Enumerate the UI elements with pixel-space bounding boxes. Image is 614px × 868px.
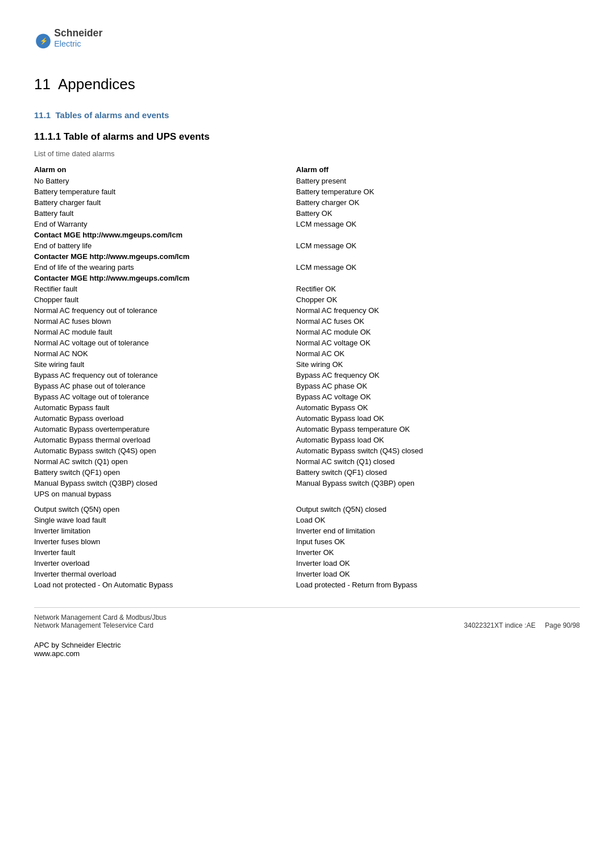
section-title: 11.1 Tables of alarms and events	[34, 110, 580, 120]
alarm-on-cell: Inverter fault	[34, 547, 296, 558]
alarm-off-cell: Normal AC switch (Q1) closed	[296, 456, 580, 467]
alarm-off-cell: Inverter end of limitation	[296, 525, 580, 536]
footer-right: 34022321XT indice :AE Page 90/98	[464, 621, 580, 629]
alarm-off-cell: Normal AC OK	[296, 348, 580, 359]
table-row: Output switch (Q5N) openOutput switch (Q…	[34, 504, 580, 515]
alarm-on-cell: Single wave load fault	[34, 515, 296, 525]
alarm-off-cell: Bypass AC frequency OK	[296, 370, 580, 381]
table-row: Load not protected - On Automatic Bypass…	[34, 579, 580, 590]
alarm-off-cell: Manual Bypass switch (Q3BP) open	[296, 478, 580, 489]
alarm-off-cell: Load protected - Return from Bypass	[296, 579, 580, 590]
footer-left: Network Management Card & Modbus/Jbus Ne…	[34, 614, 167, 629]
subsection-title: 11.1.1 Table of alarms and UPS events	[34, 131, 580, 143]
alarm-off-cell: Rectifier OK	[296, 283, 580, 294]
logo-area: Schneider ⚡ Electric	[34, 23, 580, 59]
table-row: Automatic Bypass overtemperatureAutomati…	[34, 424, 580, 435]
alarm-off-cell: Inverter load OK	[296, 569, 580, 579]
alarm-on-cell: Automatic Bypass fault	[34, 402, 296, 413]
svg-text:Schneider: Schneider	[54, 27, 102, 39]
alarm-off-cell: Automatic Bypass temperature OK	[296, 424, 580, 435]
alarm-off-cell: Normal AC voltage OK	[296, 337, 580, 348]
brand-line-2: www.apc.com	[34, 649, 580, 658]
alarm-on-cell: Inverter thermal overload	[34, 569, 296, 579]
table-row: Rectifier faultRectifier OK	[34, 283, 580, 294]
alarm-off-cell: Bypass AC phase OK	[296, 381, 580, 391]
alarm-on-cell: Contact MGE http://www.mgeups.com/lcm	[34, 229, 296, 240]
page-number: Page 90/98	[545, 621, 580, 629]
table-row: Automatic Bypass thermal overloadAutomat…	[34, 435, 580, 445]
alarm-on-cell: Normal AC module fault	[34, 327, 296, 337]
alarm-off-cell	[296, 489, 580, 499]
alarm-on-cell: Automatic Bypass thermal overload	[34, 435, 296, 445]
alarm-off-cell: Bypass AC voltage OK	[296, 391, 580, 402]
alarm-off-cell	[296, 273, 580, 283]
svg-text:⚡: ⚡	[40, 37, 48, 45]
alarm-on-cell: Bypass AC frequency out of tolerance	[34, 370, 296, 381]
alarm-off-cell: Site wiring OK	[296, 359, 580, 370]
alarm-off-cell: Automatic Bypass load OK	[296, 435, 580, 445]
table-row: Bypass AC phase out of toleranceBypass A…	[34, 381, 580, 391]
alarm-on-cell: Inverter fuses blown	[34, 536, 296, 547]
alarm-on-cell: Bypass AC phase out of tolerance	[34, 381, 296, 391]
alarm-off-cell: Output switch (Q5N) closed	[296, 504, 580, 515]
table-row: Normal AC NOKNormal AC OK	[34, 348, 580, 359]
alarm-table: Alarm on Alarm off No BatteryBattery pre…	[34, 164, 580, 590]
table-row: End of battery lifeLCM message OK	[34, 240, 580, 251]
alarm-on-cell: End of life of the wearing parts	[34, 262, 296, 273]
brand-footer: APC by Schneider Electric www.apc.com	[34, 641, 580, 658]
alarm-off-cell: Battery present	[296, 176, 580, 186]
alarm-on-cell: Output switch (Q5N) open	[34, 504, 296, 515]
table-row: Bypass AC frequency out of toleranceBypa…	[34, 370, 580, 381]
alarm-off-cell: Load OK	[296, 515, 580, 525]
table-row: Battery charger faultBattery charger OK	[34, 197, 580, 208]
table-row: Battery switch (QF1) openBattery switch …	[34, 467, 580, 478]
table-row: No BatteryBattery present	[34, 176, 580, 186]
alarm-on-cell: Automatic Bypass overtemperature	[34, 424, 296, 435]
alarm-on-cell: Battery charger fault	[34, 197, 296, 208]
alarm-on-cell: Contacter MGE http://www.mgeups.com/lcm	[34, 273, 296, 283]
col-alarm-on: Alarm on	[34, 164, 296, 176]
svg-text:Electric: Electric	[54, 39, 81, 48]
table-row: Normal AC frequency out of toleranceNorm…	[34, 305, 580, 316]
alarm-on-cell: No Battery	[34, 176, 296, 186]
doc-ref: 34022321XT indice :AE	[464, 621, 536, 629]
alarm-off-cell: Battery switch (QF1) closed	[296, 467, 580, 478]
alarm-off-cell: Battery charger OK	[296, 197, 580, 208]
table-row: Contact MGE http://www.mgeups.com/lcm	[34, 229, 580, 240]
table-gap-row	[34, 499, 580, 504]
alarm-on-cell: Inverter limitation	[34, 525, 296, 536]
alarm-on-cell: Battery fault	[34, 208, 296, 219]
alarm-off-cell: Automatic Bypass OK	[296, 402, 580, 413]
table-row: Battery faultBattery OK	[34, 208, 580, 219]
alarm-off-cell: Inverter OK	[296, 547, 580, 558]
alarm-on-cell: Load not protected - On Automatic Bypass	[34, 579, 296, 590]
alarm-on-cell: Rectifier fault	[34, 283, 296, 294]
col-alarm-off: Alarm off	[296, 164, 580, 176]
alarm-on-cell: Normal AC NOK	[34, 348, 296, 359]
table-row: Normal AC switch (Q1) openNormal AC swit…	[34, 456, 580, 467]
alarm-on-cell: Normal AC fuses blown	[34, 316, 296, 327]
alarm-off-cell: Chopper OK	[296, 294, 580, 305]
schneider-electric-logo: Schneider ⚡ Electric	[34, 23, 125, 57]
alarm-on-cell: Chopper fault	[34, 294, 296, 305]
alarm-on-cell: Site wiring fault	[34, 359, 296, 370]
alarm-off-cell: LCM message OK	[296, 240, 580, 251]
table-row: Automatic Bypass faultAutomatic Bypass O…	[34, 402, 580, 413]
alarm-off-cell	[296, 251, 580, 262]
table-row: Inverter thermal overloadInverter load O…	[34, 569, 580, 579]
alarm-on-cell: Contacter MGE http://www.mgeups.com/lcm	[34, 251, 296, 262]
alarm-off-cell: Normal AC frequency OK	[296, 305, 580, 316]
footer-line-2: Network Management Teleservice Card	[34, 621, 167, 629]
table-row: Site wiring faultSite wiring OK	[34, 359, 580, 370]
alarm-on-cell: Manual Bypass switch (Q3BP) closed	[34, 478, 296, 489]
table-row: Automatic Bypass switch (Q4S) openAutoma…	[34, 445, 580, 456]
table-row: Battery temperature faultBattery tempera…	[34, 186, 580, 197]
alarm-off-cell: Normal AC module OK	[296, 327, 580, 337]
table-row: End of WarrantyLCM message OK	[34, 219, 580, 229]
alarm-off-cell: Automatic Bypass load OK	[296, 413, 580, 424]
brand-line-1: APC by Schneider Electric	[34, 641, 580, 649]
table-row: Inverter limitationInverter end of limit…	[34, 525, 580, 536]
alarm-off-cell: Inverter load OK	[296, 558, 580, 569]
alarm-on-cell: Normal AC voltage out of tolerance	[34, 337, 296, 348]
alarm-off-cell: LCM message OK	[296, 262, 580, 273]
